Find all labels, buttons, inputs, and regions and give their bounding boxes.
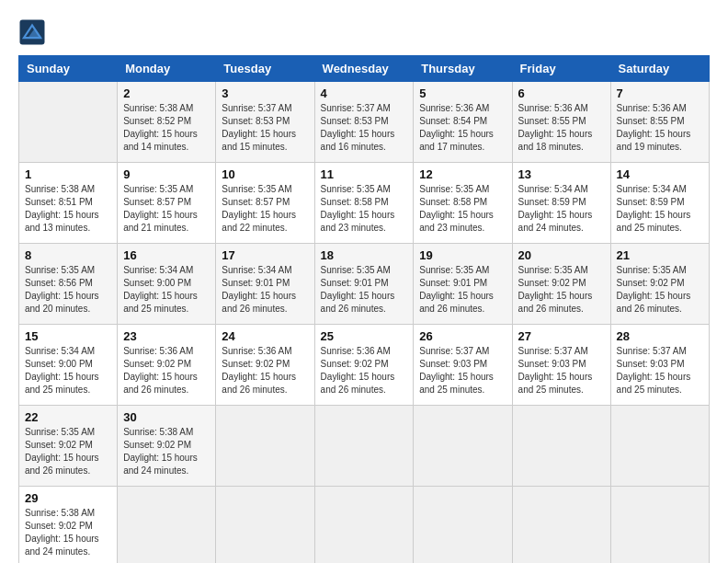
calendar-cell <box>414 406 512 487</box>
calendar-cell: 4Sunrise: 5:37 AMSunset: 8:53 PMDaylight… <box>314 82 414 163</box>
calendar-cell: 13Sunrise: 5:34 AMSunset: 8:59 PMDayligh… <box>512 163 610 244</box>
calendar-cell: 17Sunrise: 5:34 AMSunset: 9:01 PMDayligh… <box>216 244 314 325</box>
week-row-3: 15Sunrise: 5:34 AMSunset: 9:00 PMDayligh… <box>19 325 710 406</box>
day-number: 12 <box>419 167 506 181</box>
day-number: 3 <box>222 86 308 100</box>
day-number: 20 <box>518 248 605 262</box>
day-number: 14 <box>617 167 703 181</box>
calendar-cell: 24Sunrise: 5:36 AMSunset: 9:02 PMDayligh… <box>216 325 314 406</box>
day-info: Sunrise: 5:35 AMSunset: 8:58 PMDaylight:… <box>321 183 408 235</box>
day-info: Sunrise: 5:36 AMSunset: 9:02 PMDaylight:… <box>321 345 408 396</box>
header-thursday: Thursday <box>414 56 512 82</box>
calendar: SundayMondayTuesdayWednesdayThursdayFrid… <box>18 55 710 563</box>
day-number: 5 <box>419 86 506 100</box>
calendar-cell <box>512 406 610 487</box>
calendar-cell: 1Sunrise: 5:38 AMSunset: 8:51 PMDaylight… <box>19 163 118 244</box>
logo <box>18 18 50 46</box>
day-info: Sunrise: 5:34 AMSunset: 8:59 PMDaylight:… <box>518 183 605 235</box>
day-info: Sunrise: 5:35 AMSunset: 9:01 PMDaylight:… <box>321 264 408 316</box>
calendar-cell: 23Sunrise: 5:36 AMSunset: 9:02 PMDayligh… <box>118 325 216 406</box>
week-row-2: 8Sunrise: 5:35 AMSunset: 8:56 PMDaylight… <box>19 244 710 325</box>
day-number: 13 <box>518 167 605 181</box>
day-number: 6 <box>518 86 605 100</box>
calendar-cell <box>216 487 314 564</box>
calendar-cell: 15Sunrise: 5:34 AMSunset: 9:00 PMDayligh… <box>19 325 118 406</box>
calendar-cell <box>610 487 709 564</box>
logo-icon <box>18 18 46 46</box>
day-number: 10 <box>222 167 308 181</box>
header-sunday: Sunday <box>19 56 118 82</box>
day-number: 15 <box>25 329 111 343</box>
day-info: Sunrise: 5:38 AMSunset: 8:52 PMDaylight:… <box>123 102 210 154</box>
calendar-cell: 29Sunrise: 5:38 AMSunset: 9:02 PMDayligh… <box>19 487 118 564</box>
day-number: 16 <box>123 248 210 262</box>
day-number: 1 <box>25 167 111 181</box>
day-number: 30 <box>123 410 210 424</box>
calendar-cell <box>216 406 314 487</box>
calendar-cell: 20Sunrise: 5:35 AMSunset: 9:02 PMDayligh… <box>512 244 610 325</box>
day-info: Sunrise: 5:36 AMSunset: 8:55 PMDaylight:… <box>617 102 703 154</box>
calendar-cell: 18Sunrise: 5:35 AMSunset: 9:01 PMDayligh… <box>314 244 414 325</box>
day-info: Sunrise: 5:37 AMSunset: 9:03 PMDaylight:… <box>617 345 703 396</box>
calendar-cell: 28Sunrise: 5:37 AMSunset: 9:03 PMDayligh… <box>610 325 709 406</box>
day-number: 9 <box>123 167 210 181</box>
day-number: 24 <box>222 329 308 343</box>
calendar-cell: 7Sunrise: 5:36 AMSunset: 8:55 PMDaylight… <box>610 82 709 163</box>
header-monday: Monday <box>118 56 216 82</box>
day-info: Sunrise: 5:35 AMSunset: 8:56 PMDaylight:… <box>25 264 111 316</box>
calendar-cell <box>314 406 414 487</box>
week-row-5: 29Sunrise: 5:38 AMSunset: 9:02 PMDayligh… <box>19 487 710 564</box>
day-info: Sunrise: 5:35 AMSunset: 9:01 PMDaylight:… <box>419 264 506 316</box>
day-info: Sunrise: 5:36 AMSunset: 8:55 PMDaylight:… <box>518 102 605 154</box>
calendar-cell: 14Sunrise: 5:34 AMSunset: 8:59 PMDayligh… <box>610 163 709 244</box>
calendar-header-row: SundayMondayTuesdayWednesdayThursdayFrid… <box>19 56 710 82</box>
day-number: 2 <box>123 86 210 100</box>
day-info: Sunrise: 5:37 AMSunset: 9:03 PMDaylight:… <box>518 345 605 396</box>
day-number: 23 <box>123 329 210 343</box>
calendar-cell: 26Sunrise: 5:37 AMSunset: 9:03 PMDayligh… <box>414 325 512 406</box>
calendar-cell: 12Sunrise: 5:35 AMSunset: 8:58 PMDayligh… <box>414 163 512 244</box>
week-row-1: 1Sunrise: 5:38 AMSunset: 8:51 PMDaylight… <box>19 163 710 244</box>
day-number: 28 <box>617 329 703 343</box>
week-row-4: 22Sunrise: 5:35 AMSunset: 9:02 PMDayligh… <box>19 406 710 487</box>
day-info: Sunrise: 5:35 AMSunset: 8:57 PMDaylight:… <box>222 183 308 235</box>
calendar-cell: 16Sunrise: 5:34 AMSunset: 9:00 PMDayligh… <box>118 244 216 325</box>
day-info: Sunrise: 5:35 AMSunset: 8:57 PMDaylight:… <box>123 183 210 235</box>
calendar-cell <box>512 487 610 564</box>
day-info: Sunrise: 5:34 AMSunset: 9:00 PMDaylight:… <box>25 345 111 396</box>
calendar-cell: 8Sunrise: 5:35 AMSunset: 8:56 PMDaylight… <box>19 244 118 325</box>
day-info: Sunrise: 5:35 AMSunset: 9:02 PMDaylight:… <box>25 426 111 477</box>
page-header <box>18 18 710 46</box>
day-info: Sunrise: 5:38 AMSunset: 9:02 PMDaylight:… <box>25 507 111 558</box>
day-number: 4 <box>321 86 408 100</box>
day-number: 7 <box>617 86 703 100</box>
day-info: Sunrise: 5:36 AMSunset: 8:54 PMDaylight:… <box>419 102 506 154</box>
calendar-cell <box>19 82 118 163</box>
day-info: Sunrise: 5:36 AMSunset: 9:02 PMDaylight:… <box>222 345 308 396</box>
day-number: 27 <box>518 329 605 343</box>
header-friday: Friday <box>512 56 610 82</box>
calendar-cell: 21Sunrise: 5:35 AMSunset: 9:02 PMDayligh… <box>610 244 709 325</box>
calendar-cell: 9Sunrise: 5:35 AMSunset: 8:57 PMDaylight… <box>118 163 216 244</box>
header-saturday: Saturday <box>610 56 709 82</box>
day-info: Sunrise: 5:35 AMSunset: 9:02 PMDaylight:… <box>518 264 605 316</box>
calendar-cell: 5Sunrise: 5:36 AMSunset: 8:54 PMDaylight… <box>414 82 512 163</box>
header-tuesday: Tuesday <box>216 56 314 82</box>
day-info: Sunrise: 5:35 AMSunset: 8:58 PMDaylight:… <box>419 183 506 235</box>
calendar-cell <box>610 406 709 487</box>
day-info: Sunrise: 5:35 AMSunset: 9:02 PMDaylight:… <box>617 264 703 316</box>
calendar-cell: 3Sunrise: 5:37 AMSunset: 8:53 PMDaylight… <box>216 82 314 163</box>
day-number: 11 <box>321 167 408 181</box>
calendar-cell: 6Sunrise: 5:36 AMSunset: 8:55 PMDaylight… <box>512 82 610 163</box>
day-number: 8 <box>25 248 111 262</box>
day-info: Sunrise: 5:37 AMSunset: 8:53 PMDaylight:… <box>222 102 308 154</box>
calendar-cell: 25Sunrise: 5:36 AMSunset: 9:02 PMDayligh… <box>314 325 414 406</box>
day-info: Sunrise: 5:36 AMSunset: 9:02 PMDaylight:… <box>123 345 210 396</box>
day-info: Sunrise: 5:34 AMSunset: 8:59 PMDaylight:… <box>617 183 703 235</box>
day-info: Sunrise: 5:38 AMSunset: 8:51 PMDaylight:… <box>25 183 111 235</box>
day-info: Sunrise: 5:37 AMSunset: 8:53 PMDaylight:… <box>321 102 408 154</box>
calendar-cell: 2Sunrise: 5:38 AMSunset: 8:52 PMDaylight… <box>118 82 216 163</box>
day-number: 22 <box>25 410 111 424</box>
calendar-cell: 27Sunrise: 5:37 AMSunset: 9:03 PMDayligh… <box>512 325 610 406</box>
calendar-cell <box>414 487 512 564</box>
